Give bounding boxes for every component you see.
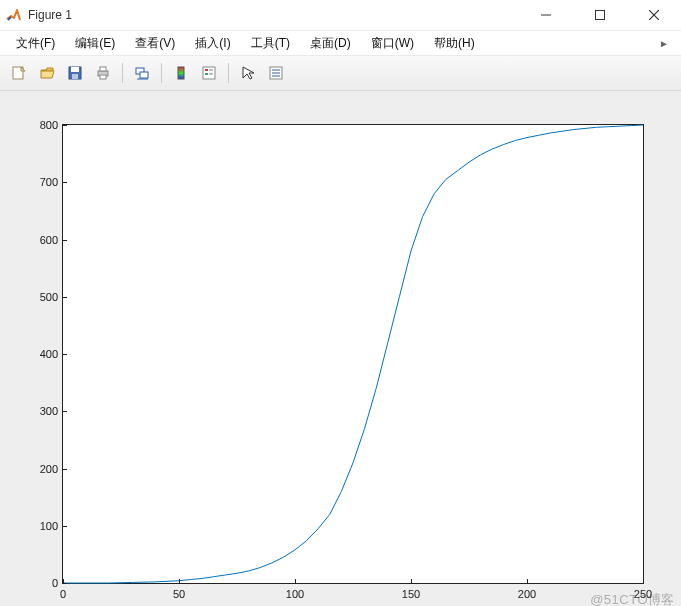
svg-rect-16 xyxy=(205,69,208,71)
menu-desktop[interactable]: 桌面(D) xyxy=(300,33,361,54)
x-tick-label: 100 xyxy=(286,588,304,600)
svg-rect-9 xyxy=(100,67,106,71)
window-title: Figure 1 xyxy=(28,8,533,22)
y-tick-mark xyxy=(62,354,67,355)
svg-rect-6 xyxy=(71,67,79,72)
y-tick-mark xyxy=(62,125,67,126)
axes[interactable] xyxy=(62,124,644,584)
y-tick-mark xyxy=(62,297,67,298)
y-tick-label: 100 xyxy=(18,520,58,532)
matlab-icon xyxy=(6,7,22,23)
svg-rect-7 xyxy=(72,74,78,79)
edit-plot-icon[interactable] xyxy=(235,60,261,86)
maximize-button[interactable] xyxy=(587,5,613,25)
menu-tools[interactable]: 工具(T) xyxy=(241,33,300,54)
y-tick-label: 700 xyxy=(18,176,58,188)
svg-rect-18 xyxy=(205,73,208,75)
y-tick-label: 0 xyxy=(18,577,58,589)
link-axes-icon[interactable] xyxy=(129,60,155,86)
menubar: 文件(F) 编辑(E) 查看(V) 插入(I) 工具(T) 桌面(D) 窗口(W… xyxy=(0,31,681,56)
y-tick-mark xyxy=(62,469,67,470)
close-button[interactable] xyxy=(641,5,667,25)
menu-help[interactable]: 帮助(H) xyxy=(424,33,485,54)
menu-overflow-icon[interactable]: ► xyxy=(659,38,675,49)
y-tick-mark xyxy=(62,526,67,527)
save-icon[interactable] xyxy=(62,60,88,86)
window-controls xyxy=(533,5,673,25)
menu-view[interactable]: 查看(V) xyxy=(125,33,185,54)
y-tick-label: 200 xyxy=(18,463,58,475)
menu-edit[interactable]: 编辑(E) xyxy=(65,33,125,54)
svg-rect-12 xyxy=(140,72,148,78)
watermark: @51CTO博客 xyxy=(590,591,675,606)
x-tick-label: 50 xyxy=(173,588,185,600)
y-tick-label: 300 xyxy=(18,405,58,417)
print-icon[interactable] xyxy=(90,60,116,86)
data-cursor-icon[interactable] xyxy=(263,60,289,86)
y-tick-mark xyxy=(62,240,67,241)
toolbar-separator xyxy=(228,63,229,83)
line-plot xyxy=(63,125,643,583)
x-tick-label: 150 xyxy=(402,588,420,600)
figure-area: @51CTO博客 0100200300400500600700800050100… xyxy=(0,91,681,606)
y-tick-mark xyxy=(62,182,67,183)
y-tick-label: 800 xyxy=(18,119,58,131)
y-tick-label: 600 xyxy=(18,234,58,246)
svg-rect-1 xyxy=(596,11,605,20)
menu-file[interactable]: 文件(F) xyxy=(6,33,65,54)
x-tick-mark xyxy=(643,579,644,584)
svg-rect-10 xyxy=(100,75,106,79)
minimize-button[interactable] xyxy=(533,5,559,25)
colorbar-icon[interactable] xyxy=(168,60,194,86)
x-tick-label: 250 xyxy=(634,588,652,600)
y-tick-label: 500 xyxy=(18,291,58,303)
titlebar: Figure 1 xyxy=(0,0,681,31)
y-tick-mark xyxy=(62,411,67,412)
x-tick-mark xyxy=(63,579,64,584)
x-tick-mark xyxy=(527,579,528,584)
toolbar-separator xyxy=(161,63,162,83)
x-tick-mark xyxy=(179,579,180,584)
menu-window[interactable]: 窗口(W) xyxy=(361,33,424,54)
new-figure-icon[interactable] xyxy=(6,60,32,86)
svg-rect-15 xyxy=(203,67,215,79)
x-tick-label: 200 xyxy=(518,588,536,600)
legend-icon[interactable] xyxy=(196,60,222,86)
open-icon[interactable] xyxy=(34,60,60,86)
x-tick-mark xyxy=(295,579,296,584)
svg-rect-14 xyxy=(178,67,184,79)
toolbar-separator xyxy=(122,63,123,83)
x-tick-label: 0 xyxy=(60,588,66,600)
x-tick-mark xyxy=(411,579,412,584)
y-tick-label: 400 xyxy=(18,348,58,360)
toolbar xyxy=(0,56,681,91)
menu-insert[interactable]: 插入(I) xyxy=(185,33,240,54)
